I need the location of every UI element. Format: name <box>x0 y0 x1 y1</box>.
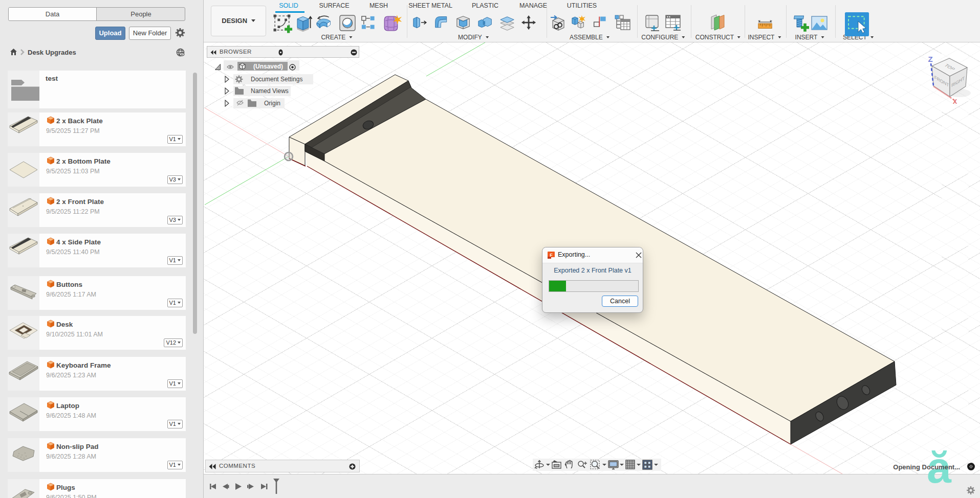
svg-text:F: F <box>550 253 553 258</box>
svg-text:X: X <box>953 98 957 105</box>
svg-text:Z: Z <box>928 55 933 63</box>
